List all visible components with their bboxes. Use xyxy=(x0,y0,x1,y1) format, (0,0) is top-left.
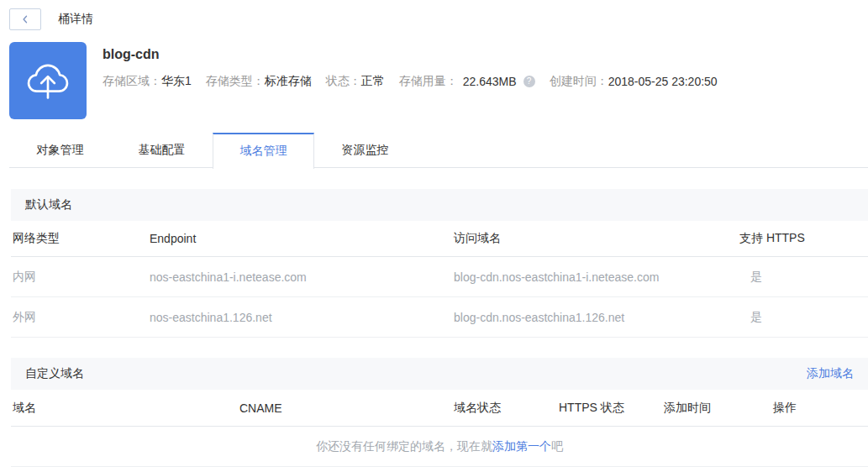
col-endpoint: Endpoint xyxy=(150,232,454,245)
col-domain-status: 域名状态 xyxy=(454,401,559,416)
custom-domain-section: 自定义域名 添加域名 域名 CNAME 域名状态 HTTPS 状态 添加时间 操… xyxy=(11,358,868,467)
cell-network-type: 内网 xyxy=(13,270,150,285)
empty-state-text: 吧 xyxy=(551,439,563,454)
meta-value: 标准存储 xyxy=(265,74,312,89)
custom-domain-table: 域名 CNAME 域名状态 HTTPS 状态 添加时间 操作 你还没有任何绑定的… xyxy=(11,390,868,467)
tab-domain-management[interactable]: 域名管理 xyxy=(213,133,314,169)
cell-network-type: 外网 xyxy=(13,310,150,325)
meta-value: 22.643MB xyxy=(463,75,517,88)
cell-access-domain: blog-cdn.nos-eastchina1.126.net xyxy=(454,311,739,324)
meta-storage-type: 存储类型： 标准存储 xyxy=(206,74,312,89)
meta-created-time: 创建时间： 2018-05-25 23:20:50 xyxy=(550,74,718,89)
default-domain-section: 默认域名 网络类型 Endpoint 访问域名 支持 HTTPS 内网 nos-… xyxy=(11,189,868,338)
tab-object-management[interactable]: 对象管理 xyxy=(9,133,111,168)
bucket-details: blog-cdn 存储区域： 华东1 存储类型： 标准存储 状态： 正常 存储用… xyxy=(103,42,732,119)
col-https-status: HTTPS 状态 xyxy=(559,401,664,416)
cell-https-support: 是 xyxy=(739,270,868,285)
table-row: 内网 nos-eastchina1-i.netease.com blog-cdn… xyxy=(11,257,868,297)
bucket-summary: blog-cdn 存储区域： 华东1 存储类型： 标准存储 状态： 正常 存储用… xyxy=(9,42,868,119)
col-https-support: 支持 HTTPS xyxy=(739,231,868,246)
section-title: 默认域名 xyxy=(25,197,72,212)
bucket-meta: 存储区域： 华东1 存储类型： 标准存储 状态： 正常 存储用量： 22.643… xyxy=(103,74,732,89)
meta-label: 存储类型： xyxy=(206,74,265,89)
default-domain-table: 网络类型 Endpoint 访问域名 支持 HTTPS 内网 nos-eastc… xyxy=(11,221,868,338)
add-first-domain-link[interactable]: 添加第一个 xyxy=(492,439,551,454)
col-actions: 操作 xyxy=(773,401,868,416)
page-title: 桶详情 xyxy=(58,12,93,27)
table-row: 外网 nos-eastchina1.126.net blog-cdn.nos-e… xyxy=(11,297,868,338)
cell-endpoint: nos-eastchina1-i.netease.com xyxy=(150,270,454,284)
chevron-left-icon xyxy=(18,12,33,27)
meta-storage-region: 存储区域： 华东1 xyxy=(103,74,192,89)
col-domain: 域名 xyxy=(13,401,239,416)
meta-value: 华东1 xyxy=(161,74,192,89)
tab-bar: 对象管理 基础配置 域名管理 资源监控 xyxy=(9,133,868,168)
meta-label: 存储用量： xyxy=(399,74,458,89)
meta-storage-usage: 存储用量： 22.643MB ? xyxy=(399,74,535,89)
help-question-icon[interactable]: ? xyxy=(523,76,535,87)
tab-resource-monitor[interactable]: 资源监控 xyxy=(314,133,416,168)
empty-state-row: 你还没有任何绑定的域名，现在就添加第一个吧 xyxy=(11,427,868,467)
empty-state-text: 你还没有任何绑定的域名，现在就 xyxy=(316,439,492,454)
col-network-type: 网络类型 xyxy=(13,231,150,246)
meta-status: 状态： 正常 xyxy=(326,74,385,89)
meta-label: 创建时间： xyxy=(550,74,608,89)
cell-https-support: 是 xyxy=(739,310,868,325)
bucket-name: blog-cdn xyxy=(103,47,732,62)
bucket-cloud-upload-icon xyxy=(9,42,87,119)
col-add-time: 添加时间 xyxy=(664,401,773,416)
cell-access-domain: blog-cdn.nos-eastchina1-i.netease.com xyxy=(454,270,739,284)
table-header-row: 域名 CNAME 域名状态 HTTPS 状态 添加时间 操作 xyxy=(11,390,868,427)
meta-label: 存储区域： xyxy=(103,74,161,89)
default-domain-header: 默认域名 xyxy=(11,189,868,221)
cell-endpoint: nos-eastchina1.126.net xyxy=(150,311,454,324)
col-cname: CNAME xyxy=(239,401,454,415)
status-value: 正常 xyxy=(361,74,385,89)
section-title: 自定义域名 xyxy=(25,366,84,381)
cloud-upload-glyph xyxy=(24,56,72,105)
meta-label: 状态： xyxy=(326,74,361,89)
tab-basic-config[interactable]: 基础配置 xyxy=(111,133,213,168)
topbar: 桶详情 xyxy=(0,0,868,30)
col-access-domain: 访问域名 xyxy=(454,231,739,246)
meta-value: 2018-05-25 23:20:50 xyxy=(608,75,718,88)
add-domain-link[interactable]: 添加域名 xyxy=(807,366,854,381)
back-button[interactable] xyxy=(9,8,41,30)
table-header-row: 网络类型 Endpoint 访问域名 支持 HTTPS xyxy=(11,221,868,257)
custom-domain-header: 自定义域名 添加域名 xyxy=(11,358,868,390)
